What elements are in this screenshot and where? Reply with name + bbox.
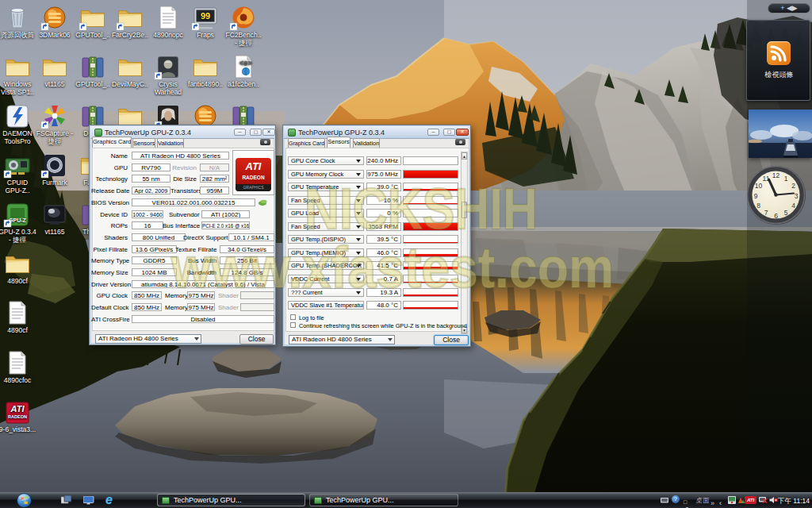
svg-text:www.xfastest.com: www.xfastest.com — [170, 235, 614, 299]
svg-text:NICKSHIH: NICKSHIH — [304, 176, 538, 241]
